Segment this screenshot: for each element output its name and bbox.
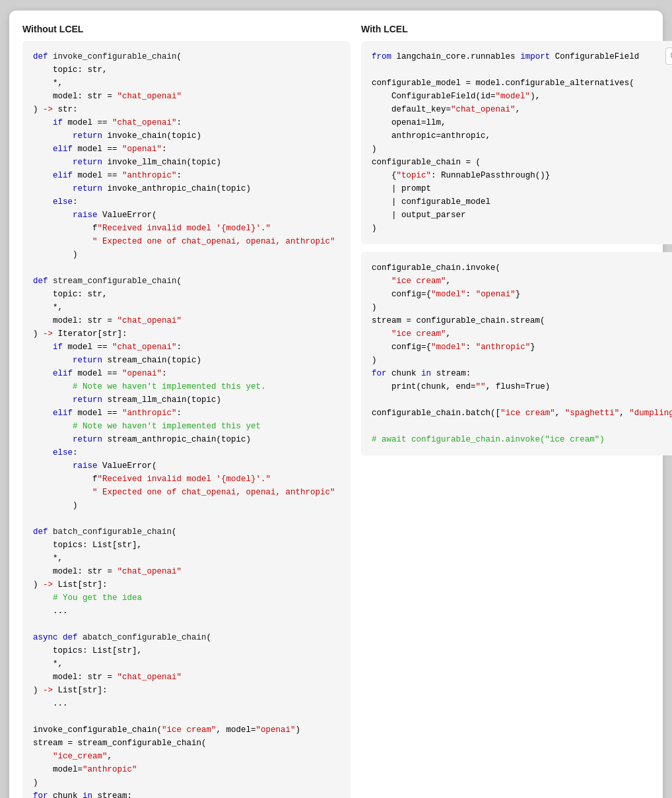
two-column-layout: Without LCEL def invoke_configurable_cha… [22, 24, 650, 798]
right-code-box-bottom: configurable_chain.invoke( "ice cream", … [361, 252, 672, 455]
left-header: Without LCEL [22, 24, 351, 34]
right-code-box-top: ⧉ from langchain_core.runnables import C… [361, 41, 672, 244]
left-code-content: def invoke_configurable_chain( topic: st… [33, 50, 340, 798]
main-card: Without LCEL def invoke_configurable_cha… [9, 11, 663, 798]
copy-button[interactable]: ⧉ [665, 48, 672, 65]
right-column: With LCEL ⧉ from langchain_core.runnable… [361, 24, 672, 798]
right-code-top-content: from langchain_core.runnables import Con… [372, 50, 672, 235]
right-code-bottom-content: configurable_chain.invoke( "ice cream", … [372, 261, 672, 446]
right-header: With LCEL [361, 24, 672, 34]
left-code-box: def invoke_configurable_chain( topic: st… [22, 41, 351, 798]
left-column: Without LCEL def invoke_configurable_cha… [22, 24, 351, 798]
